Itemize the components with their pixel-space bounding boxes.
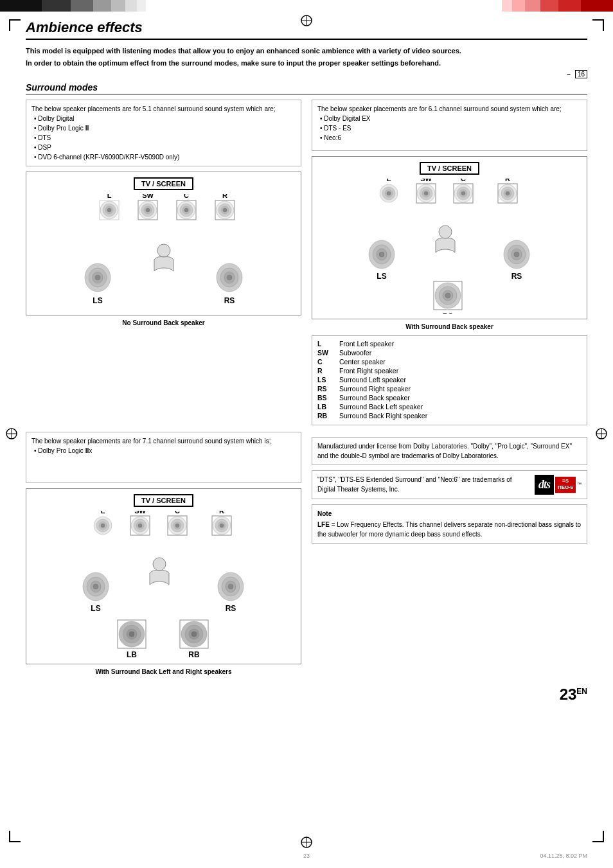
svg-point-16 <box>107 208 111 212</box>
manufactured-text: Manufactured under license from Dolby La… <box>317 443 572 459</box>
box61-text: The below speaker placements are for 6.1… <box>317 105 562 112</box>
svg-text:SW: SW <box>142 194 154 199</box>
intro-line1: This model is equipped with listening mo… <box>26 46 587 56</box>
box61-item-2: DTS - ES <box>320 123 582 133</box>
svg-point-119 <box>228 584 233 589</box>
svg-point-40 <box>95 275 100 280</box>
svg-text:LS: LS <box>91 604 100 613</box>
box61-list: Dolby Digital EX DTS - ES Neo:6 <box>317 114 582 143</box>
caption-51: No Surround Back speaker <box>26 319 301 326</box>
legend-key-RS: RS <box>317 385 335 393</box>
box51-item-3: DTS <box>34 133 296 143</box>
legend-val-L: Front Left speaker <box>339 340 582 348</box>
manufactured-box: Manufactured under license from Dolby La… <box>312 437 587 465</box>
box71-text: The below speaker placements are for 7.1… <box>31 438 271 445</box>
page-ref: 16 <box>575 70 587 78</box>
box51-list: Dolby Digital Dolby Pro Logic II DTS DSP… <box>31 114 296 162</box>
tv-screen-label-61: TV / SCREEN <box>420 162 479 175</box>
legend-val-LS: Surround Left speaker <box>339 376 582 384</box>
note-content: LFE = Low Frequency Effects. This channe… <box>317 520 582 539</box>
svg-point-27 <box>184 208 188 212</box>
svg-point-84 <box>445 293 450 298</box>
note-box: Note LFE = Low Frequency Effects. This c… <box>312 504 587 544</box>
legend-key-RB: RB <box>317 412 335 420</box>
legend-row-BS: BS Surround Back speaker <box>317 394 582 402</box>
page-num-value: 23 <box>560 686 577 703</box>
legend-row-LB: LB Surround Back Left speaker <box>317 403 582 411</box>
svg-point-107 <box>220 524 224 527</box>
svg-point-74 <box>379 252 384 257</box>
registration-mark-bottom <box>300 836 313 850</box>
svg-point-33 <box>223 208 227 212</box>
legend-val-BS: Surround Back speaker <box>339 394 582 402</box>
svg-text:C: C <box>184 194 189 199</box>
svg-text:R: R <box>222 194 227 199</box>
svg-point-124 <box>129 632 134 637</box>
legend-row-LS: LS Surround Left speaker <box>317 376 582 384</box>
legend-key-LB: LB <box>317 403 335 411</box>
legend-val-RS: Surround Right speaker <box>339 385 582 393</box>
svg-text:SW: SW <box>420 179 432 182</box>
diagram-51: TV / SCREEN L <box>26 172 301 315</box>
svg-text:L: L <box>100 511 105 515</box>
svg-point-101 <box>175 524 179 527</box>
legend-row-SW: SW Subwoofer <box>317 349 582 357</box>
svg-point-70 <box>439 226 452 238</box>
page-number: 23EN <box>26 686 587 704</box>
legend-val-LB: Surround Back Left speaker <box>339 403 582 411</box>
section-title: Surround modes <box>26 82 587 94</box>
svg-text:C: C <box>175 511 180 515</box>
legend-key-C: C <box>317 358 335 366</box>
svg-point-55 <box>424 191 428 195</box>
box51-item-1: Dolby Digital <box>34 114 296 123</box>
box71-list: Dolby Pro Logic IIx <box>31 446 296 456</box>
tv-screen-label-51: TV / SCREEN <box>134 177 193 190</box>
legend-val-R: Front Right speaker <box>339 367 582 375</box>
intro-ref-line: – 16 <box>26 70 587 78</box>
svg-point-79 <box>514 252 519 257</box>
svg-text:LS: LS <box>377 272 386 281</box>
dts-line1: ≡S <box>558 478 573 484</box>
svg-point-67 <box>506 191 510 195</box>
box51-item-5: DVD 6-channel (KRF-V6090D/KRF-V5090D onl… <box>34 152 296 162</box>
svg-point-90 <box>101 524 105 527</box>
registration-mark-left <box>5 427 18 441</box>
box51-text: The below speaker placements are for 5.1… <box>31 105 276 112</box>
svg-text:R: R <box>219 511 224 515</box>
dts-logo-main: dts <box>535 475 554 495</box>
legend-row-R: R Front Right speaker <box>317 367 582 375</box>
legend-box: L Front Left speaker SW Subwoofer C Cent… <box>312 335 587 425</box>
page-num-suffix: EN <box>576 687 587 696</box>
box51-item-2: Dolby Pro Logic II <box>34 123 296 133</box>
svg-point-95 <box>138 524 142 527</box>
dts-logo: dts ≡S ΠΕΟ·6 ™ <box>535 475 582 495</box>
box51-item-4: DSP <box>34 143 296 152</box>
svg-point-114 <box>93 584 98 589</box>
caption-71: With Surround Back Left and Right speake… <box>26 668 301 675</box>
caption-61: With Surround Back speaker <box>312 323 587 330</box>
note-title: Note <box>317 509 582 518</box>
svg-point-21 <box>146 208 150 212</box>
box71-item-1: Dolby Pro Logic IIx <box>34 446 296 456</box>
registration-mark-right <box>595 427 608 441</box>
legend-key-LS: LS <box>317 376 335 384</box>
svg-point-110 <box>153 558 166 571</box>
svg-point-36 <box>157 244 170 257</box>
svg-text:C: C <box>461 179 466 182</box>
svg-text:SW: SW <box>134 511 146 515</box>
legend-key-SW: SW <box>317 349 335 357</box>
svg-text:RS: RS <box>225 604 236 613</box>
registration-mark-top <box>300 14 313 28</box>
svg-text:L: L <box>107 194 111 199</box>
corner-mark-tr <box>592 19 604 31</box>
speaker-diagram-71: L SW <box>80 511 247 659</box>
info-box-51: The below speaker placements are for 5.1… <box>26 100 301 166</box>
info-box-71: The below speaker placements are for 7.1… <box>26 432 301 483</box>
diagram-71: TV / SCREEN L <box>26 488 301 664</box>
corner-mark-br <box>592 831 604 842</box>
svg-point-61 <box>461 191 465 195</box>
svg-point-130 <box>191 632 197 637</box>
legend-key-BS: BS <box>317 394 335 402</box>
dts-trademark: ™ <box>577 481 582 488</box>
speaker-diagram-51: L SW <box>80 194 247 310</box>
